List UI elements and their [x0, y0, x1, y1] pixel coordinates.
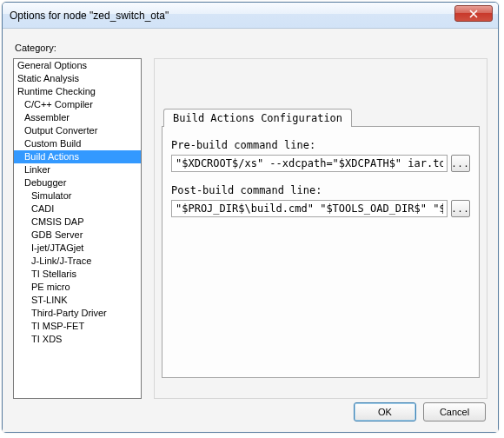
category-item[interactable]: C/C++ Compiler	[14, 98, 141, 111]
category-item[interactable]: PE micro	[14, 281, 141, 294]
category-item[interactable]: GDB Server	[14, 229, 141, 242]
category-item[interactable]: Debugger	[14, 176, 141, 189]
close-button[interactable]	[454, 5, 493, 22]
category-item[interactable]: J-Link/J-Trace	[14, 255, 141, 268]
category-item[interactable]: Assembler	[14, 111, 141, 124]
category-item[interactable]: Third-Party Driver	[14, 307, 141, 320]
close-icon	[469, 10, 478, 18]
category-item[interactable]: Build Actions	[14, 150, 141, 163]
category-item[interactable]: Linker	[14, 163, 141, 176]
category-label: Category:	[15, 43, 487, 53]
category-item[interactable]: General Options	[14, 59, 141, 72]
prebuild-label: Pre-build command line:	[171, 139, 470, 151]
category-item[interactable]: CADI	[14, 202, 141, 216]
options-dialog: Options for node "zed_switch_ota" Catego…	[2, 2, 499, 433]
client-area: Category: General OptionsStatic Analysis…	[3, 29, 498, 432]
prebuild-browse-button[interactable]: ...	[451, 155, 470, 172]
postbuild-input[interactable]	[171, 200, 448, 217]
window-title: Options for node "zed_switch_ota"	[10, 10, 169, 22]
tab-strip: Build Actions Configuration	[163, 108, 480, 126]
title-bar[interactable]: Options for node "zed_switch_ota"	[3, 3, 498, 29]
prebuild-input[interactable]	[171, 155, 448, 172]
tab-page: Pre-build command line: ... Post-build c…	[162, 126, 480, 378]
category-item[interactable]: TI XDS	[14, 333, 141, 346]
postbuild-browse-button[interactable]: ...	[451, 200, 470, 217]
category-item[interactable]: TI MSP-FET	[14, 320, 141, 333]
category-item[interactable]: Static Analysis	[14, 72, 141, 85]
cancel-button[interactable]: Cancel	[423, 402, 486, 421]
postbuild-label: Post-build command line:	[171, 184, 470, 196]
category-item[interactable]: CMSIS DAP	[14, 216, 141, 229]
category-item[interactable]: ST-LINK	[14, 294, 141, 307]
category-item[interactable]: Simulator	[14, 189, 141, 202]
category-list[interactable]: General OptionsStatic AnalysisRuntime Ch…	[13, 58, 142, 399]
category-item[interactable]: TI Stellaris	[14, 268, 141, 281]
options-panel: Build Actions Configuration Pre-build co…	[154, 58, 487, 399]
category-item[interactable]: Custom Build	[14, 137, 141, 150]
ok-button[interactable]: OK	[354, 402, 416, 421]
tab-build-actions-config[interactable]: Build Actions Configuration	[163, 109, 352, 127]
category-item[interactable]: I-jet/JTAGjet	[14, 242, 141, 255]
category-item[interactable]: Output Converter	[14, 124, 141, 137]
category-item[interactable]: Runtime Checking	[14, 85, 141, 98]
dialog-buttons: OK Cancel	[354, 402, 486, 421]
